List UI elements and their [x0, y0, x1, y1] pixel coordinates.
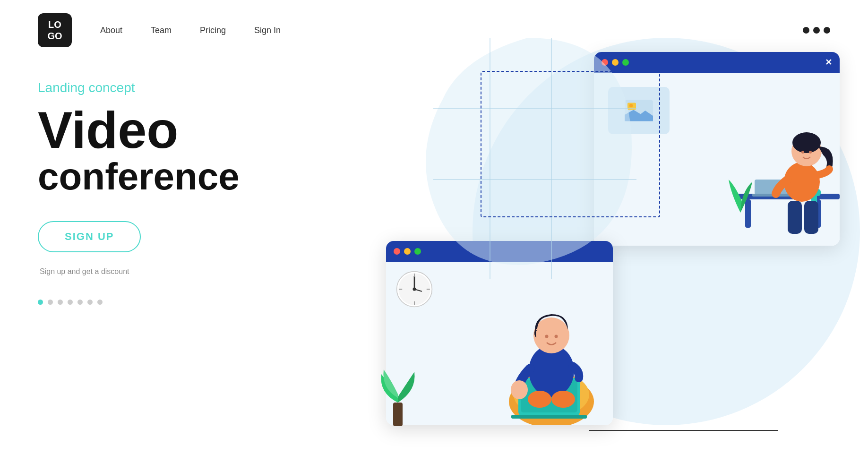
svg-point-37: [545, 335, 549, 338]
page-dot-2[interactable]: [48, 300, 53, 305]
nav-team[interactable]: Team: [151, 26, 172, 35]
svg-point-16: [792, 132, 821, 153]
svg-rect-19: [788, 201, 802, 234]
signup-button[interactable]: SIGN UP: [38, 221, 141, 252]
dot-2: [813, 27, 820, 34]
logo-line1: LO: [48, 19, 61, 30]
page-dot-1[interactable]: [38, 300, 43, 305]
svg-rect-34: [511, 415, 587, 419]
page-dot-6[interactable]: [87, 300, 93, 305]
main-nav: About Team Pricing Sign In: [100, 26, 281, 35]
svg-point-18: [809, 151, 812, 154]
svg-point-36: [533, 317, 569, 353]
dot-1: [803, 27, 809, 34]
woman-illustration: [726, 99, 840, 246]
more-menu[interactable]: [803, 27, 830, 34]
nav-about[interactable]: About: [100, 26, 122, 35]
plant-decoration: [377, 365, 419, 426]
dashed-selection-box: [481, 71, 660, 217]
logo[interactable]: LO GO: [38, 13, 72, 47]
man-illustration: [490, 279, 613, 425]
window-close-icon[interactable]: ✕: [825, 57, 832, 68]
svg-rect-20: [804, 201, 818, 234]
svg-rect-42: [393, 403, 403, 426]
discount-text: Sign up and get a discount: [40, 267, 240, 276]
hero-subtitle: Landing concept: [38, 80, 240, 95]
page-dot-3[interactable]: [58, 300, 63, 305]
hero-content: Landing concept Video conference SIGN UP…: [38, 80, 240, 305]
nav-pricing[interactable]: Pricing: [200, 26, 226, 35]
svg-point-39: [511, 380, 528, 399]
header: LO GO About Team Pricing Sign In: [0, 0, 868, 47]
logo-line2: GO: [47, 30, 62, 42]
dot-3: [824, 27, 830, 34]
hero-title-line2: conference: [38, 156, 240, 197]
svg-point-41: [551, 391, 575, 408]
svg-point-17: [801, 151, 804, 154]
nav-signin[interactable]: Sign In: [254, 26, 281, 35]
page-dot-4[interactable]: [68, 300, 73, 305]
svg-point-38: [555, 335, 558, 338]
bottom-divider: [589, 430, 778, 431]
page-dot-5[interactable]: [77, 300, 83, 305]
svg-rect-8: [745, 199, 751, 228]
illustration-area: ✕: [348, 0, 868, 463]
svg-point-40: [528, 391, 551, 408]
pagination: [38, 300, 240, 305]
page-dot-7[interactable]: [97, 300, 103, 305]
hero-title-line1: Video: [38, 104, 240, 156]
